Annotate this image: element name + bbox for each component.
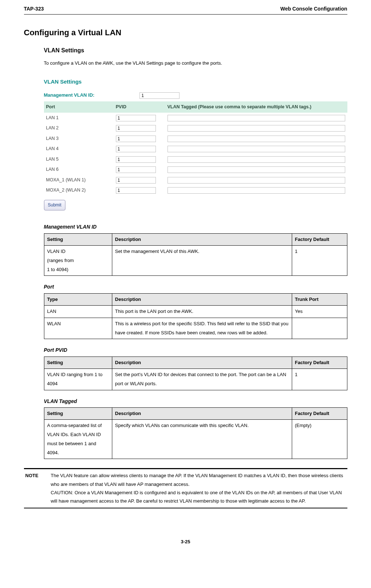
mgmt-vlan-input[interactable] bbox=[140, 92, 180, 99]
intro-text: To configure a VLAN on the AWK, use the … bbox=[44, 59, 347, 67]
table-row: MOXA_2 (WLAN 2) bbox=[44, 185, 347, 196]
cell: VLAN ID ranging from 1 to 4094 bbox=[44, 369, 112, 390]
mgmt-h0: Setting bbox=[44, 233, 112, 246]
tagged-input[interactable] bbox=[168, 156, 345, 163]
tagged-input[interactable] bbox=[168, 166, 345, 173]
pvid-input[interactable] bbox=[116, 125, 156, 132]
port-cell: LAN 3 bbox=[44, 133, 114, 144]
subsection-heading: VLAN Settings bbox=[44, 45, 347, 56]
tagged-h2: Factory Default bbox=[292, 407, 347, 420]
cell: VLAN ID (ranges from 1 to 4094) bbox=[44, 246, 112, 276]
port-cell: LAN 6 bbox=[44, 164, 114, 175]
note-label: NOTE bbox=[24, 471, 51, 506]
cell: A comma-separated list of VLAN IDs. Each… bbox=[44, 420, 112, 459]
cell: This port is the LAN port on the AWK. bbox=[112, 306, 292, 318]
tagged-input[interactable] bbox=[168, 187, 345, 194]
note-text: The VLAN feature can allow wireless clie… bbox=[51, 471, 347, 506]
screenshot-title: VLAN Settings bbox=[44, 77, 347, 86]
note-line2: CAUTION: Once a VLAN Management ID is co… bbox=[51, 490, 342, 504]
cell: This is a wireless port for the specific… bbox=[112, 318, 292, 339]
port-h2: Trunk Port bbox=[292, 293, 347, 306]
tagged-input[interactable] bbox=[168, 115, 345, 121]
port-table: Type Description Trunk Port LAN This por… bbox=[44, 293, 347, 339]
col-port: Port bbox=[44, 101, 114, 113]
tagged-input[interactable] bbox=[168, 136, 345, 142]
table-row: LAN This port is the LAN port on the AWK… bbox=[44, 306, 347, 318]
tagged-input[interactable] bbox=[168, 177, 345, 184]
port-cell: LAN 2 bbox=[44, 123, 114, 133]
port-h0: Type bbox=[44, 293, 112, 306]
port-cell: LAN 1 bbox=[44, 113, 114, 123]
col-tagged: VLAN Tagged (Please use comma to separat… bbox=[165, 101, 347, 113]
pvid-input[interactable] bbox=[116, 166, 156, 173]
note-box: NOTE The VLAN feature can allow wireless… bbox=[24, 468, 347, 508]
tagged-title: VLAN Tagged bbox=[44, 397, 347, 406]
table-row: LAN 6 bbox=[44, 164, 347, 175]
port-cell: MOXA_2 (WLAN 2) bbox=[44, 185, 114, 196]
table-row: MOXA_1 (WLAN 1) bbox=[44, 175, 347, 185]
mgmt-vlan-label: Management VLAN ID: bbox=[44, 91, 138, 99]
table-row: LAN 3 bbox=[44, 133, 347, 144]
pvid-input[interactable] bbox=[116, 187, 156, 194]
pvid-input[interactable] bbox=[116, 156, 156, 163]
header-right: Web Console Configuration bbox=[280, 4, 347, 13]
vlan-settings-screenshot: VLAN Settings Management VLAN ID: Port P… bbox=[44, 74, 347, 216]
col-pvid: PVID bbox=[114, 101, 165, 113]
note-line1: The VLAN feature can allow wireless clie… bbox=[51, 473, 343, 487]
cell: Set the management VLAN of this AWK. bbox=[112, 246, 292, 276]
port-cell: LAN 5 bbox=[44, 154, 114, 165]
pvid-h1: Description bbox=[112, 357, 292, 369]
port-h1: Description bbox=[112, 293, 292, 306]
table-row: LAN 5 bbox=[44, 154, 347, 165]
cell: Set the port's VLAN ID for devices that … bbox=[112, 369, 292, 390]
submit-button[interactable]: Submit bbox=[44, 200, 65, 211]
tagged-input[interactable] bbox=[168, 146, 345, 152]
cell: Yes bbox=[292, 306, 347, 318]
tagged-h0: Setting bbox=[44, 407, 112, 420]
pvid-title: Port PVID bbox=[44, 346, 347, 355]
cell: WLAN bbox=[44, 318, 112, 339]
mgmt-h2: Factory Default bbox=[292, 233, 347, 246]
mgmt-table: Setting Description Factory Default VLAN… bbox=[44, 233, 347, 276]
table-row: VLAN ID (ranges from 1 to 4094) Set the … bbox=[44, 246, 347, 276]
cell bbox=[292, 318, 347, 339]
pvid-input[interactable] bbox=[116, 177, 156, 184]
port-cell: MOXA_1 (WLAN 1) bbox=[44, 175, 114, 185]
port-cell: LAN 4 bbox=[44, 144, 114, 154]
table-row: VLAN ID ranging from 1 to 4094 Set the p… bbox=[44, 369, 347, 390]
cell: 1 bbox=[292, 369, 347, 390]
cell: Specify which VLANs can communicate with… bbox=[112, 420, 292, 459]
tagged-h1: Description bbox=[112, 407, 292, 420]
pvid-input[interactable] bbox=[116, 146, 156, 152]
table-row: A comma-separated list of VLAN IDs. Each… bbox=[44, 420, 347, 459]
pvid-input[interactable] bbox=[116, 136, 156, 142]
table-row: LAN 2 bbox=[44, 123, 347, 133]
pvid-h2: Factory Default bbox=[292, 357, 347, 369]
pvid-input[interactable] bbox=[116, 115, 156, 121]
mgmt-h1: Description bbox=[112, 233, 292, 246]
port-title: Port bbox=[44, 282, 347, 291]
cell: LAN bbox=[44, 306, 112, 318]
pvid-table: Setting Description Factory Default VLAN… bbox=[44, 357, 347, 390]
section-heading: Configuring a Virtual LAN bbox=[24, 25, 347, 40]
cell: 1 bbox=[292, 246, 347, 276]
pvid-h0: Setting bbox=[44, 357, 112, 369]
table-row: LAN 1 bbox=[44, 113, 347, 123]
cell: (Empty) bbox=[292, 420, 347, 459]
table-row: LAN 4 bbox=[44, 144, 347, 154]
page-header: TAP-323 Web Console Configuration bbox=[24, 4, 347, 15]
ports-table: Port PVID VLAN Tagged (Please use comma … bbox=[44, 101, 347, 196]
table-row: WLAN This is a wireless port for the spe… bbox=[44, 318, 347, 339]
mgmt-title: Management VLAN ID bbox=[44, 222, 347, 231]
tagged-table: Setting Description Factory Default A co… bbox=[44, 407, 347, 459]
header-left: TAP-323 bbox=[24, 4, 44, 13]
tagged-input[interactable] bbox=[168, 125, 345, 132]
page-number: 3-25 bbox=[24, 537, 347, 546]
